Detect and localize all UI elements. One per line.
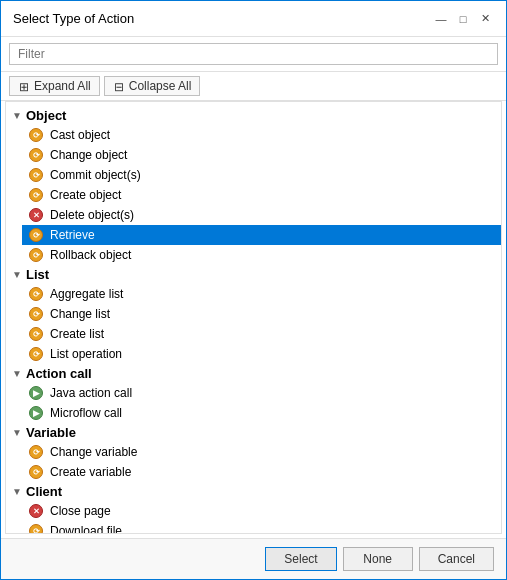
tree-container[interactable]: ▼ Object ⟳ Cast object ⟳ Change object ⟳… [5, 101, 502, 534]
filter-input[interactable] [9, 43, 498, 65]
footer: Select None Cancel [1, 538, 506, 579]
item-aggregate-list[interactable]: ⟳ Aggregate list [22, 284, 501, 304]
item-retrieve[interactable]: ⟳ Retrieve [22, 225, 501, 245]
object-collapse-icon: ▼ [12, 110, 22, 121]
rollback-object-label: Rollback object [50, 248, 131, 262]
item-java-action-call[interactable]: ▶ Java action call [22, 383, 501, 403]
collapse-all-label: Collapse All [129, 79, 192, 93]
item-rollback-object[interactable]: ⟳ Rollback object [22, 245, 501, 265]
expand-all-label: Expand All [34, 79, 91, 93]
group-object-items: ⟳ Cast object ⟳ Change object ⟳ Commit o… [6, 125, 501, 265]
group-action-call-header[interactable]: ▼ Action call [6, 364, 501, 383]
item-microflow-call[interactable]: ▶ Microflow call [22, 403, 501, 423]
item-change-object[interactable]: ⟳ Change object [22, 145, 501, 165]
change-list-icon: ⟳ [28, 306, 44, 322]
maximize-button[interactable]: □ [454, 10, 472, 28]
close-page-icon: ✕ [28, 503, 44, 519]
download-file-label: Download file [50, 524, 122, 534]
list-collapse-icon: ▼ [12, 269, 22, 280]
group-client-label: Client [26, 484, 62, 499]
group-object-label: Object [26, 108, 66, 123]
aggregate-list-label: Aggregate list [50, 287, 123, 301]
change-variable-icon: ⟳ [28, 444, 44, 460]
group-client-header[interactable]: ▼ Client [6, 482, 501, 501]
list-operation-label: List operation [50, 347, 122, 361]
collapse-all-icon: ⊟ [113, 80, 125, 92]
window-controls: — □ ✕ [432, 10, 494, 28]
create-object-label: Create object [50, 188, 121, 202]
retrieve-label: Retrieve [50, 228, 95, 242]
item-create-variable[interactable]: ⟳ Create variable [22, 462, 501, 482]
group-action-call-label: Action call [26, 366, 92, 381]
expand-all-button[interactable]: ⊞ Expand All [9, 76, 100, 96]
create-variable-icon: ⟳ [28, 464, 44, 480]
toolbar: ⊞ Expand All ⊟ Collapse All [1, 72, 506, 101]
java-action-call-icon: ▶ [28, 385, 44, 401]
group-object: ▼ Object ⟳ Cast object ⟳ Change object ⟳… [6, 106, 501, 265]
item-delete-objects[interactable]: ✕ Delete object(s) [22, 205, 501, 225]
none-button[interactable]: None [343, 547, 413, 571]
group-list-label: List [26, 267, 49, 282]
item-create-object[interactable]: ⟳ Create object [22, 185, 501, 205]
select-button[interactable]: Select [265, 547, 336, 571]
item-commit-objects[interactable]: ⟳ Commit object(s) [22, 165, 501, 185]
java-action-call-label: Java action call [50, 386, 132, 400]
list-operation-icon: ⟳ [28, 346, 44, 362]
title-bar: Select Type of Action — □ ✕ [1, 1, 506, 37]
window-title: Select Type of Action [13, 11, 134, 26]
close-page-label: Close page [50, 504, 111, 518]
group-variable-label: Variable [26, 425, 76, 440]
action-call-collapse-icon: ▼ [12, 368, 22, 379]
group-object-header[interactable]: ▼ Object [6, 106, 501, 125]
item-create-list[interactable]: ⟳ Create list [22, 324, 501, 344]
item-change-variable[interactable]: ⟳ Change variable [22, 442, 501, 462]
variable-collapse-icon: ▼ [12, 427, 22, 438]
group-client: ▼ Client ✕ Close page ⟳ Download file [6, 482, 501, 534]
cancel-button[interactable]: Cancel [419, 547, 494, 571]
filter-bar [1, 37, 506, 72]
group-list-items: ⟳ Aggregate list ⟳ Change list ⟳ Create … [6, 284, 501, 364]
create-list-label: Create list [50, 327, 104, 341]
group-variable-header[interactable]: ▼ Variable [6, 423, 501, 442]
microflow-call-icon: ▶ [28, 405, 44, 421]
group-list: ▼ List ⟳ Aggregate list ⟳ Change list ⟳ … [6, 265, 501, 364]
item-change-list[interactable]: ⟳ Change list [22, 304, 501, 324]
create-list-icon: ⟳ [28, 326, 44, 342]
group-action-call-items: ▶ Java action call ▶ Microflow call [6, 383, 501, 423]
group-list-header[interactable]: ▼ List [6, 265, 501, 284]
main-window: Select Type of Action — □ ✕ ⊞ Expand All… [0, 0, 507, 580]
expand-all-icon: ⊞ [18, 80, 30, 92]
create-object-icon: ⟳ [28, 187, 44, 203]
retrieve-icon: ⟳ [28, 227, 44, 243]
item-download-file[interactable]: ⟳ Download file [22, 521, 501, 534]
change-list-label: Change list [50, 307, 110, 321]
group-variable: ▼ Variable ⟳ Change variable ⟳ Create va… [6, 423, 501, 482]
change-object-label: Change object [50, 148, 127, 162]
item-list-operation[interactable]: ⟳ List operation [22, 344, 501, 364]
item-close-page[interactable]: ✕ Close page [22, 501, 501, 521]
client-collapse-icon: ▼ [12, 486, 22, 497]
microflow-call-label: Microflow call [50, 406, 122, 420]
cast-object-icon: ⟳ [28, 127, 44, 143]
group-action-call: ▼ Action call ▶ Java action call ▶ Micro… [6, 364, 501, 423]
collapse-all-button[interactable]: ⊟ Collapse All [104, 76, 201, 96]
item-cast-object[interactable]: ⟳ Cast object [22, 125, 501, 145]
change-object-icon: ⟳ [28, 147, 44, 163]
group-variable-items: ⟳ Change variable ⟳ Create variable [6, 442, 501, 482]
cast-object-label: Cast object [50, 128, 110, 142]
create-variable-label: Create variable [50, 465, 131, 479]
aggregate-list-icon: ⟳ [28, 286, 44, 302]
group-client-items: ✕ Close page ⟳ Download file [6, 501, 501, 534]
change-variable-label: Change variable [50, 445, 137, 459]
rollback-object-icon: ⟳ [28, 247, 44, 263]
download-file-icon: ⟳ [28, 523, 44, 534]
delete-objects-label: Delete object(s) [50, 208, 134, 222]
close-button[interactable]: ✕ [476, 10, 494, 28]
minimize-button[interactable]: — [432, 10, 450, 28]
commit-objects-label: Commit object(s) [50, 168, 141, 182]
delete-objects-icon: ✕ [28, 207, 44, 223]
commit-objects-icon: ⟳ [28, 167, 44, 183]
